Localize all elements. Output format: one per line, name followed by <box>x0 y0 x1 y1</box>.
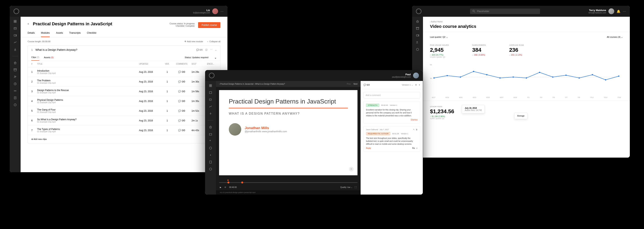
sidebar-broadcast-icon[interactable] <box>209 153 212 157</box>
sidebar-video-icon[interactable] <box>14 34 17 37</box>
svg-point-38 <box>486 74 487 75</box>
course-length: Course length: 00:00:00 <box>28 40 50 43</box>
sidebar-home-icon[interactable] <box>14 61 17 64</box>
more-icon[interactable]: ⋯ <box>210 49 212 51</box>
sidebar-doc-icon[interactable] <box>14 96 17 99</box>
logo[interactable] <box>209 73 214 78</box>
table-row[interactable]: 2 The Problem01 Example Clip.mp4 Aug 23,… <box>28 77 220 87</box>
delete-icon[interactable]: 🗑 <box>416 129 418 131</box>
timeline[interactable] <box>219 178 358 184</box>
svg-point-31 <box>417 42 418 42</box>
table-header: # TITLE UPDATED VER. COMMENTS 18:37 ENCO… <box>28 61 220 67</box>
filter-courses[interactable]: All courses (4) ⌄ <box>607 36 623 38</box>
prev-button[interactable]: Prev <box>347 83 351 85</box>
loop-icon[interactable]: ⟳ <box>224 186 226 188</box>
sidebar-chart-icon[interactable] <box>209 105 212 108</box>
sidebar: ? <box>10 17 20 172</box>
sidebar-people-icon[interactable] <box>209 139 212 143</box>
sidebar-download-icon[interactable] <box>14 48 17 51</box>
more-menu-icon[interactable]: ⋯ <box>623 10 626 13</box>
chevron-down-icon[interactable]: ⌄ <box>214 56 217 59</box>
back-button[interactable]: < <box>28 23 29 25</box>
tab-modules[interactable]: Modules <box>41 32 50 37</box>
sidebar-doc-icon[interactable] <box>209 160 212 164</box>
dismiss-link[interactable]: Dismiss <box>411 119 418 121</box>
sidebar-archive-icon[interactable] <box>209 132 212 136</box>
sidebar-help-icon[interactable] <box>416 48 419 51</box>
slide-close-icon[interactable]: × <box>349 167 354 171</box>
avatar[interactable] <box>212 8 218 14</box>
quality-selector[interactable]: Quality: low ⌄ <box>340 186 352 188</box>
svg-point-44 <box>566 75 567 76</box>
sidebar-download-icon[interactable] <box>209 112 212 115</box>
filter-icon[interactable]: ⚙ <box>415 84 417 86</box>
next-button[interactable]: Next <box>354 83 358 85</box>
notification-icon[interactable]: 🔔 <box>616 10 620 13</box>
svg-rect-28 <box>416 27 419 28</box>
sidebar-list-icon[interactable] <box>14 27 17 30</box>
table-row[interactable]: 3 Design Patterns to the Rescue01 Exampl… <box>28 87 220 96</box>
tab-details[interactable]: Details <box>28 32 35 37</box>
table-row[interactable]: 6 So What Is a Design Pattern Anyway?01 … <box>28 116 220 125</box>
sidebar-grid-icon[interactable] <box>209 84 212 87</box>
subtab-assets[interactable]: Assets (0) <box>44 54 54 61</box>
version-selector[interactable]: Version 1 ⌄ <box>402 84 413 86</box>
sidebar-people-icon[interactable] <box>14 75 17 78</box>
fix-button[interactable]: Fix ⊘ <box>412 147 418 149</box>
reply-link[interactable]: Reply <box>366 147 371 149</box>
chevron-down-icon[interactable]: ⌄ <box>215 49 217 51</box>
subtab-clips[interactable]: Clips (2) <box>31 54 39 61</box>
svg-point-17 <box>15 91 16 91</box>
avatar[interactable] <box>608 8 614 14</box>
add-module-button[interactable]: ⊕ Add new module <box>184 40 203 43</box>
sidebar-people-icon[interactable] <box>416 41 419 44</box>
filter-quarter[interactable]: Last quarter: Q2 ⌄ <box>430 36 448 38</box>
tab-transcripts[interactable]: Transcripts <box>69 32 81 37</box>
add-clips-button[interactable]: ⊕ Add new clips <box>31 138 47 140</box>
user-name: Liz <box>193 9 210 12</box>
sidebar-help-icon[interactable]: ? <box>14 103 17 106</box>
sidebar-home-icon[interactable] <box>209 125 212 129</box>
comments-count: 💬 0/2 <box>364 84 370 86</box>
svg-rect-5 <box>14 28 16 29</box>
sidebar-archive-icon[interactable] <box>416 27 419 30</box>
table-row[interactable]: 5 The Gang of Four01 Example Clip.mp4 Au… <box>28 106 220 116</box>
breadcrumb[interactable]: ‹ Practical Design Patterns in Javascrip… <box>219 83 285 85</box>
sidebar-archive-icon[interactable] <box>14 68 17 71</box>
sidebar-chart-icon[interactable] <box>14 41 17 44</box>
collapse-all-button[interactable]: ⌄ Collapse all <box>207 40 220 43</box>
table-row[interactable]: 7 The Types of Patterns01 Example Clip.m… <box>28 125 220 135</box>
edit-icon[interactable]: ✎ <box>413 129 414 131</box>
fullscreen-icon[interactable]: ⛶ <box>355 186 357 188</box>
search-input[interactable]: Placeholder <box>470 9 540 14</box>
table-row[interactable]: 1 Introduction01 Example Clip.mp4 Aug 23… <box>28 67 220 77</box>
tab-assets[interactable]: Assets <box>56 32 63 37</box>
slide-title: Practical Design Patterns in JavaScript <box>229 98 348 108</box>
more-menu-icon[interactable]: ⋯ <box>220 10 224 13</box>
add-comment-input[interactable]: Add a comment <box>364 92 420 98</box>
back-link[interactable]: ‹ Author Home <box>430 21 623 23</box>
comment-icon[interactable]: 💬 0/0 <box>196 49 202 51</box>
sidebar-clock-icon[interactable] <box>14 82 17 85</box>
avatar[interactable] <box>413 73 419 78</box>
sidebar-clock-icon[interactable] <box>209 146 212 150</box>
sidebar-video-icon[interactable] <box>209 98 212 101</box>
sort-icon[interactable]: ▾ <box>419 84 420 86</box>
sidebar-grid-icon[interactable] <box>14 20 17 23</box>
fix-chip: REQUIRED FIX: AUTHOR <box>366 132 390 135</box>
table-row[interactable]: 4 Physical Design Patterns01 Example Cli… <box>28 96 220 106</box>
sidebar-video-icon[interactable] <box>416 34 419 37</box>
sidebar-broadcast-icon[interactable] <box>14 89 17 92</box>
sidebar-home-icon[interactable] <box>416 20 419 23</box>
info-icon[interactable]: ⓘ <box>205 49 208 51</box>
tab-checklist[interactable]: Checklist <box>87 32 96 37</box>
sidebar-help-icon[interactable] <box>209 167 212 171</box>
svg-point-14 <box>14 76 15 77</box>
logo[interactable] <box>14 9 19 14</box>
play-icon[interactable]: ▶ <box>220 186 222 188</box>
logo[interactable] <box>416 9 422 14</box>
sidebar-list-icon[interactable] <box>209 91 212 94</box>
metric-usage: PAID USAGE HOURS 2,945 ↑ 428 (24.77%) vs… <box>430 44 449 58</box>
publish-button[interactable]: Publish course <box>198 22 220 28</box>
avg-label: Average <box>514 113 527 119</box>
